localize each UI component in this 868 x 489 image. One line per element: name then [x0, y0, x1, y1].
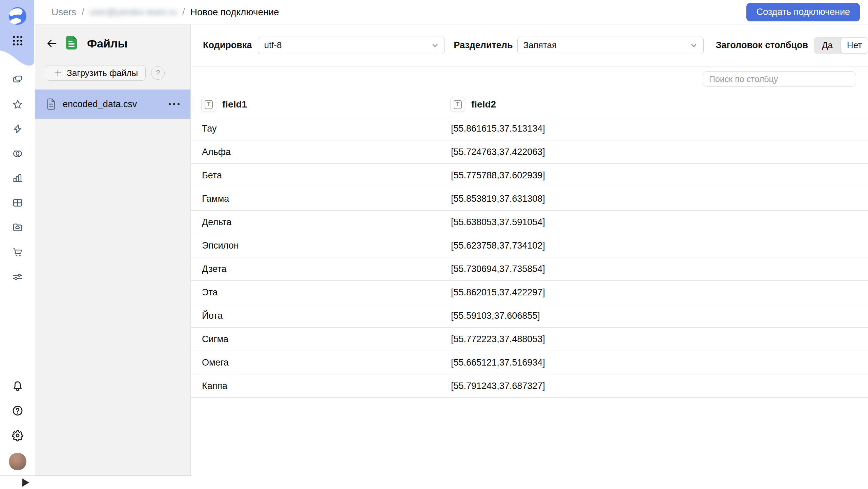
- cell-field1: Бета: [191, 164, 440, 187]
- cell-field1: Каппа: [191, 374, 440, 397]
- cell-field2: [55.623758,37.734102]: [440, 234, 868, 257]
- table-row: Омега [55.665121,37.516934]: [191, 351, 868, 374]
- cell-field1: Эта: [191, 281, 440, 304]
- marketplace-cart-icon[interactable]: [0, 245, 35, 259]
- table-row: Дзета [55.730694,37.735854]: [191, 257, 868, 281]
- app-root: Users / user@yandex-team.ru / Новое подк…: [0, 0, 868, 489]
- cell-field2: [55.638053,37.591054]: [440, 211, 868, 234]
- file-name: encoded_data.csv: [63, 99, 137, 110]
- columns-header-label: Заголовок столбцов: [716, 40, 808, 51]
- breadcrumb-separator: /: [82, 7, 84, 17]
- column-search-input[interactable]: [702, 71, 856, 87]
- cell-field1: Тау: [191, 117, 440, 140]
- create-connection-button[interactable]: Создать подключение: [746, 3, 860, 21]
- file-document-icon: [46, 98, 57, 110]
- delimiter-select[interactable]: Запятая: [517, 37, 704, 54]
- table-row: Бета [55.775788,37.602939]: [191, 164, 868, 187]
- plus-icon: [54, 69, 62, 77]
- dashboards-grid-icon[interactable]: [0, 196, 35, 210]
- notifications-bell-icon[interactable]: [0, 379, 35, 393]
- cell-field2: [55.853819,37.631308]: [440, 187, 868, 210]
- cell-field1: Сигма: [191, 328, 440, 351]
- table-row: Каппа [55.791243,37.687327]: [191, 374, 868, 398]
- table-row: Альфа [55.724763,37.422063]: [191, 140, 868, 164]
- search-row: [191, 66, 868, 92]
- delimiter-value: Запятая: [523, 40, 557, 51]
- header-toggle-option[interactable]: Да: [814, 37, 841, 54]
- file-list-item[interactable]: encoded_data.csv: [35, 90, 190, 119]
- delimiter-label: Разделитель: [454, 40, 513, 51]
- columns-header-toggle: ДаНет: [814, 37, 868, 54]
- text-type-icon[interactable]: T: [450, 97, 465, 112]
- encoding-label: Кодировка: [203, 40, 252, 51]
- favorites-star-icon[interactable]: [0, 98, 35, 111]
- cell-field2: [55.59103,37.606855]: [440, 304, 868, 327]
- cell-field1: Гамма: [191, 187, 440, 210]
- cell-field1: Дзета: [191, 257, 440, 280]
- files-panel: Файлы Загрузить файлы ? encoded_data.csv: [35, 24, 191, 475]
- breadcrumb-user-blurred[interactable]: user@yandex-team.ru: [90, 7, 177, 17]
- cell-field2: [55.730694,37.735854]: [440, 257, 868, 280]
- help-circle-icon[interactable]: [0, 404, 35, 417]
- column-header-field2: T field2: [440, 92, 868, 117]
- upload-row: Загрузить файлы ?: [35, 65, 190, 81]
- column-name: field1: [222, 99, 247, 110]
- csv-settings-toolbar: Кодировка utf-8 Разделитель Запятая Заго…: [191, 24, 868, 66]
- panel-title: Файлы: [87, 37, 127, 50]
- datalens-logo[interactable]: [9, 7, 26, 25]
- header-toggle-option[interactable]: Нет: [841, 37, 868, 54]
- settings-gear-icon[interactable]: [0, 429, 35, 442]
- column-header-field1: T field1: [191, 92, 440, 117]
- table-row: Йота [55.59103,37.606855]: [191, 304, 868, 328]
- files-folder-icon[interactable]: [0, 220, 35, 234]
- expand-panel-icon[interactable]: [22, 478, 29, 487]
- upload-files-button[interactable]: Загрузить файлы: [46, 65, 146, 81]
- main-content: Кодировка utf-8 Разделитель Запятая Заго…: [191, 24, 868, 489]
- breadcrumb-bar: Users / user@yandex-team.ru / Новое подк…: [35, 0, 868, 24]
- left-rail: [0, 0, 35, 489]
- files-panel-header: Файлы: [35, 24, 190, 52]
- cell-field2: [55.665121,37.516934]: [440, 351, 868, 374]
- table-row: Сигма [55.772223,37.488053]: [191, 328, 868, 351]
- csv-file-type-icon: [63, 35, 80, 52]
- column-name: field2: [471, 99, 496, 110]
- file-list: encoded_data.csv: [35, 90, 190, 119]
- datasets-circles-icon[interactable]: [0, 147, 35, 160]
- cell-field1: Омега: [191, 351, 440, 374]
- table-row: Эта [55.862015,37.422297]: [191, 281, 868, 304]
- text-type-icon[interactable]: T: [201, 97, 216, 112]
- avatar-blurred-photo: [9, 453, 26, 470]
- cell-field2: [55.724763,37.422063]: [440, 140, 868, 163]
- user-avatar[interactable]: [9, 453, 26, 470]
- panel-footer: [0, 475, 191, 489]
- encoding-select[interactable]: utf-8: [258, 37, 445, 54]
- cell-field2: [55.775788,37.602939]: [440, 164, 868, 187]
- preview-table: T field1 T field2 Тау [55.861615,37.5131…: [191, 92, 868, 398]
- collections-icon[interactable]: [0, 73, 35, 86]
- file-context-menu-icon[interactable]: [168, 100, 180, 108]
- table-row: Тау [55.861615,37.513134]: [191, 117, 868, 140]
- table-row: Гамма [55.853819,37.631308]: [191, 187, 868, 211]
- cell-field1: Альфа: [191, 140, 440, 163]
- cell-field2: [55.861615,37.513134]: [440, 117, 868, 140]
- cell-field1: Эпсилон: [191, 234, 440, 257]
- breadcrumb-separator: /: [182, 7, 185, 17]
- chevron-down-icon: [690, 42, 698, 49]
- services-sliders-icon[interactable]: [0, 270, 35, 283]
- table-row: Эпсилон [55.623758,37.734102]: [191, 234, 868, 257]
- page-title: Новое подключение: [190, 7, 279, 18]
- apps-grid-icon[interactable]: [11, 34, 24, 47]
- cell-field2: [55.862015,37.422297]: [440, 281, 868, 304]
- table-row: Дельта [55.638053,37.591054]: [191, 211, 868, 234]
- cell-field1: Дельта: [191, 211, 440, 234]
- cell-field1: Йота: [191, 304, 440, 327]
- upload-files-label: Загрузить файлы: [67, 68, 138, 78]
- charts-bars-icon[interactable]: [0, 171, 35, 185]
- encoding-value: utf-8: [264, 40, 282, 51]
- cell-field2: [55.772223,37.488053]: [440, 328, 868, 351]
- breadcrumb-users[interactable]: Users: [51, 7, 76, 18]
- upload-help-icon[interactable]: ?: [151, 66, 165, 80]
- back-arrow-icon[interactable]: [45, 37, 59, 50]
- connections-lightning-icon[interactable]: [0, 122, 35, 136]
- chevron-down-icon: [431, 42, 439, 49]
